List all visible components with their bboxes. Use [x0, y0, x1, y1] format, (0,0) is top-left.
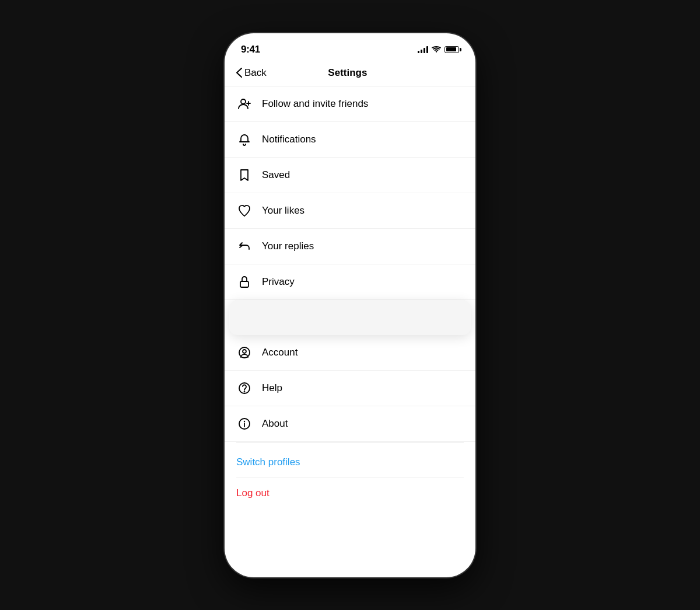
settings-item-privacy[interactable]: Privacy [225, 264, 475, 300]
settings-item-your-replies[interactable]: Your replies [225, 229, 475, 264]
logout-button[interactable]: Log out [236, 478, 464, 508]
back-button[interactable]: Back [236, 67, 267, 79]
account-label: Account [262, 347, 298, 358]
wifi-icon [432, 46, 441, 53]
add-person-icon [236, 96, 253, 112]
your-likes-label: Your likes [262, 205, 304, 217]
settings-item-follow-friends[interactable]: Follow and invite friends [225, 86, 475, 122]
status-bar: 9:41 [225, 33, 475, 62]
svg-point-16 [244, 421, 245, 421]
settings-item-community-notes[interactable]: Community Notes [229, 300, 471, 335]
settings-item-about[interactable]: About [225, 406, 475, 442]
reply-icon [236, 238, 253, 255]
settings-item-your-likes[interactable]: Your likes [225, 193, 475, 229]
status-time: 9:41 [241, 44, 260, 55]
account-icon [236, 344, 253, 361]
heart-icon [236, 203, 253, 219]
nav-bar: Back Settings [225, 62, 475, 86]
phone-frame: 9:41 Back Settings [225, 33, 475, 577]
settings-item-saved[interactable]: Saved [225, 158, 475, 193]
svg-point-7 [250, 318, 254, 322]
svg-rect-3 [240, 281, 249, 287]
svg-point-13 [244, 391, 245, 392]
help-icon [236, 380, 253, 396]
settings-item-help[interactable]: Help [225, 371, 475, 406]
page-title: Settings [267, 67, 429, 79]
switch-profiles-button[interactable]: Switch profiles [236, 447, 464, 478]
follow-friends-label: Follow and invite friends [262, 98, 368, 110]
notifications-label: Notifications [262, 134, 316, 145]
action-section: Switch profiles Log out [225, 442, 475, 513]
info-icon [236, 416, 253, 432]
battery-icon [444, 46, 459, 53]
svg-point-0 [241, 99, 246, 104]
help-label: Help [262, 382, 282, 394]
bell-icon [236, 131, 253, 148]
about-label: About [262, 418, 288, 430]
svg-rect-4 [244, 312, 254, 323]
back-label: Back [244, 67, 267, 79]
privacy-label: Privacy [262, 276, 295, 288]
svg-point-11 [243, 350, 246, 353]
community-notes-label: Community Notes [267, 312, 345, 323]
signal-icon [418, 46, 428, 53]
settings-item-notifications[interactable]: Notifications [225, 122, 475, 158]
your-replies-label: Your replies [262, 240, 314, 252]
lock-icon [236, 274, 253, 290]
status-icons [418, 46, 459, 53]
saved-label: Saved [262, 169, 290, 181]
bookmark-icon [236, 167, 253, 183]
settings-item-account[interactable]: Account [225, 335, 475, 371]
settings-list: Follow and invite friends Notifications … [225, 86, 475, 566]
community-notes-icon [241, 309, 257, 326]
